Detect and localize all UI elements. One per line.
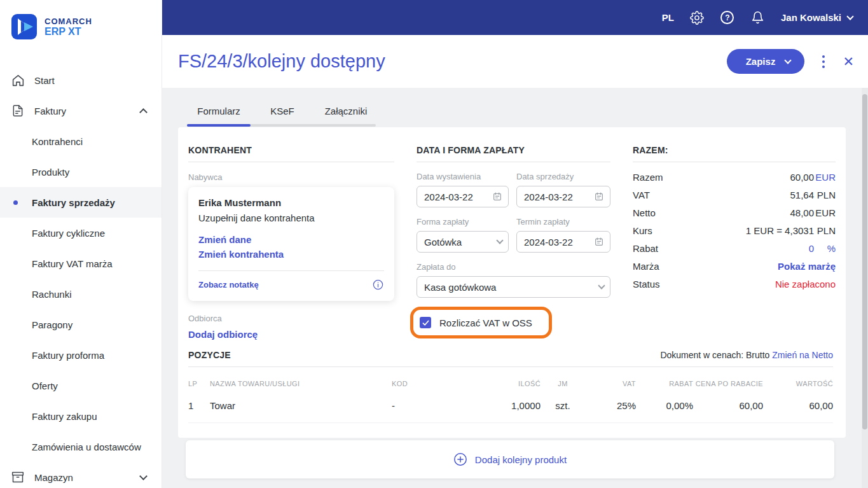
sidebar-item-rachunki[interactable]: Rachunki [0,279,162,309]
sale-date-input[interactable]: 2024-03-22 [516,186,610,207]
cell-discount: 0,00% [636,400,693,411]
sidebar-item-faktury-zakupu[interactable]: Faktury zakupu [0,401,162,431]
cell-code: - [392,400,462,411]
sidebar-item-label: Faktury VAT marża [32,258,113,269]
buyer-label: Nabywca [188,172,394,182]
sidebar-item-produkty[interactable]: Produkty [0,157,162,187]
invoice-icon [11,104,25,118]
home-icon [11,73,25,87]
sidebar-item-faktury-cykliczne[interactable]: Faktury cykliczne [0,218,162,248]
sidebar-item-label: Magazyn [34,472,73,483]
calendar-icon [492,192,502,202]
chevron-down-icon [846,13,853,20]
chevron-down-icon [598,282,605,289]
cell-lp: 1 [188,400,210,411]
sidebar-item-faktury-vat-marza[interactable]: Faktury VAT marża [0,248,162,279]
app-window: COMARCH ERP XT Start [0,0,868,488]
currency-selector[interactable]: EUR [814,172,836,183]
divider [188,366,833,367]
section-payment: DATA I FORMA ZAPŁATY Data wystawienia 20… [417,145,610,338]
tab-underline-track [187,124,376,127]
sidebar-item-label: Faktury cykliczne [32,228,105,239]
sidebar-item-label: Produkty [32,167,69,178]
save-button[interactable]: Zapisz [727,49,805,74]
sidebar-item-label: Faktury proforma [32,350,104,361]
sidebar-item-label: Faktury sprzedaży [32,197,115,208]
sidebar-item-label: Faktury [34,106,66,116]
items-table-header: LP NAZWA TOWARU/USŁUGI KOD ILOŚĆ JM VAT … [188,380,833,387]
tab-ksef[interactable]: KSeF [251,101,314,124]
total-row-status: Status Nie zapłacono [633,275,836,293]
help-icon[interactable]: ? [720,10,735,25]
show-margin-link[interactable]: Pokaż marżę [778,261,836,272]
close-icon[interactable]: ✕ [843,55,854,68]
change-contractor-link[interactable]: Zmień kontrahenta [198,247,384,261]
warehouse-box-icon [11,470,25,484]
oss-highlight-annotation: Rozliczać VAT w OSS [410,307,552,338]
chevron-down-icon [139,472,148,480]
payment-form-select[interactable]: Gotówka [417,231,509,253]
see-note-link[interactable]: Zobacz notatkę [198,280,259,289]
checkmark-icon [422,319,430,327]
sidebar-item-label: Oferty [32,380,58,391]
change-data-link[interactable]: Zmień dane [198,232,384,247]
payment-form-label: Forma zapłaty [417,217,509,227]
issue-date-input[interactable]: 2024-03-22 [417,186,509,207]
scrollbar-thumb[interactable] [862,94,867,429]
sidebar-item-faktury[interactable]: Faktury [0,95,162,126]
sidebar-item-magazyn[interactable]: Magazyn [0,462,162,488]
payment-term-value: 2024-03-22 [524,237,573,247]
notifications-bell-icon[interactable] [750,10,766,25]
tab-zalaczniki[interactable]: Załączniki [314,101,378,124]
sidebar-item-zamowienia-u-dostawcow[interactable]: Zamówienia u dostawców [0,431,162,462]
add-receiver-link[interactable]: Dodaj odbiorcę [188,329,394,340]
more-options-kebab-icon[interactable] [821,54,826,69]
switch-to-netto-link[interactable]: Zmień na Netto [772,350,833,360]
pay-to-select[interactable]: Kasa gotówkowa [417,276,610,298]
sidebar-item-start[interactable]: Start [0,65,162,95]
logo-text: COMARCH ERP XT [45,17,92,37]
save-button-label: Zapisz [746,56,776,67]
user-name: Jan Kowalski [781,12,841,23]
divider [188,162,394,162]
sidebar-item-faktury-proforma[interactable]: Faktury proforma [0,340,162,370]
user-menu[interactable]: Jan Kowalski [781,12,853,23]
total-row-kurs: Kurs 1 EUR = 4,3031 PLN [633,221,836,239]
sidebar-item-kontrahenci[interactable]: Kontrahenci [0,126,162,157]
total-row-rabat: Rabat 0 % [633,239,836,257]
invoice-form-card: KONTRAHENT Nabywca Erika Mustermann Uzup… [178,127,846,438]
page-title: FS/24/3/kolejny dostępny [178,51,385,72]
payment-form-value: Gotówka [424,237,462,247]
oss-checkbox[interactable] [420,317,431,328]
total-row-razem: Razem 60,00 EUR [633,168,836,186]
sidebar-item-label: Faktury zakupu [32,411,97,422]
issue-date-value: 2024-03-22 [424,192,473,202]
add-product-button[interactable]: Dodaj kolejny produkt [186,440,834,478]
oss-checkbox-label[interactable]: Rozliczać VAT w OSS [439,317,532,328]
app-logo[interactable]: COMARCH ERP XT [0,0,162,39]
sale-date-label: Data sprzedaży [516,172,610,181]
divider [633,162,836,162]
scrollbar-track[interactable] [862,88,868,488]
section-kontrahent: KONTRAHENT Nabywca Erika Mustermann Uzup… [188,145,394,340]
info-icon[interactable] [372,279,384,291]
section-title: KONTRAHENT [188,145,394,155]
add-product-label: Dodaj kolejny produkt [475,454,567,465]
sidebar-item-paragony[interactable]: Paragony [0,309,162,340]
language-selector[interactable]: PL [662,12,674,23]
payment-term-label: Termin zapłaty [516,217,610,227]
sidebar-item-faktury-sprzedazy[interactable]: Faktury sprzedaży [0,187,162,218]
payment-term-input[interactable]: 2024-03-22 [516,231,610,253]
table-row[interactable]: 1 Towar - 1,0000 szt. 25% 0,00% 60,00 60… [188,387,833,423]
content-area: Formularz KSeF Załączniki KONTRAHENT Nab… [162,88,868,488]
cell-vat: 25% [585,400,636,411]
sidebar-item-oferty[interactable]: Oferty [0,370,162,401]
chevron-down-icon [785,57,792,64]
settings-gear-icon[interactable] [689,10,705,25]
section-totals: RAZEM: Razem 60,00 EUR VAT 51,64 PLN Net… [633,145,836,293]
discount-value[interactable]: 0 [809,243,814,254]
tab-formularz[interactable]: Formularz [187,101,251,124]
pay-to-value: Kasa gotówkowa [424,282,496,293]
calendar-icon [594,237,604,247]
cell-qty: 1,0000 [462,400,541,411]
